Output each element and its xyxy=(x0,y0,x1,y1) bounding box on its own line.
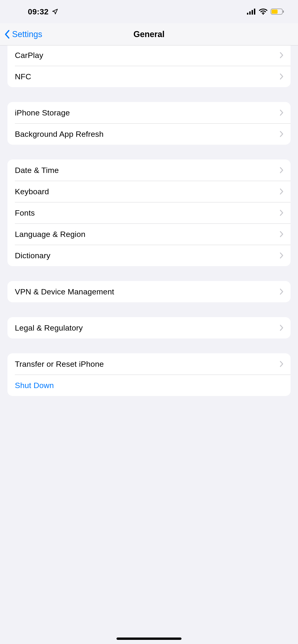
row-label: Transfer or Reset iPhone xyxy=(15,360,279,368)
row-shut-down[interactable]: Shut Down xyxy=(8,374,290,396)
svg-rect-3 xyxy=(254,8,255,14)
chevron-right-icon xyxy=(279,52,283,59)
status-left: 09:32 xyxy=(28,7,58,16)
row-label: CarPlay xyxy=(15,51,279,60)
chevron-left-icon xyxy=(4,30,10,39)
chevron-right-icon xyxy=(279,324,283,331)
row-label: VPN & Device Management xyxy=(15,287,279,296)
chevron-right-icon xyxy=(279,288,283,295)
row-nfc[interactable]: NFC xyxy=(8,66,290,87)
back-button[interactable]: Settings xyxy=(4,30,42,39)
row-vpn-device-management[interactable]: VPN & Device Management xyxy=(8,281,290,302)
chevron-right-icon xyxy=(279,73,283,80)
row-language-region[interactable]: Language & Region xyxy=(8,224,290,245)
content-scroll[interactable]: Picture in PictureCarPlayNFCiPhone Stora… xyxy=(0,46,298,644)
chevron-right-icon xyxy=(279,167,283,174)
settings-group: Legal & Regulatory xyxy=(8,317,290,338)
status-time: 09:32 xyxy=(28,7,49,16)
row-legal-regulatory[interactable]: Legal & Regulatory xyxy=(8,317,290,338)
settings-group: Picture in PictureCarPlayNFC xyxy=(8,46,290,87)
chevron-right-icon xyxy=(279,209,283,216)
wifi-icon xyxy=(259,8,267,14)
home-indicator[interactable] xyxy=(117,638,181,640)
svg-rect-7 xyxy=(283,10,284,13)
settings-group: Date & TimeKeyboardFontsLanguage & Regio… xyxy=(8,160,290,266)
chevron-right-icon xyxy=(279,109,283,116)
settings-group: VPN & Device Management xyxy=(8,281,290,302)
row-label: Dictionary xyxy=(15,251,279,260)
row-label: Legal & Regulatory xyxy=(15,324,279,332)
row-date-time[interactable]: Date & Time xyxy=(8,160,290,181)
back-label: Settings xyxy=(12,30,42,39)
cellular-icon xyxy=(247,8,256,14)
row-label: Language & Region xyxy=(15,230,279,239)
svg-point-4 xyxy=(263,14,264,15)
row-label: Shut Down xyxy=(15,381,283,390)
row-label: Fonts xyxy=(15,208,279,218)
status-right xyxy=(247,8,284,14)
row-dictionary[interactable]: Dictionary xyxy=(8,245,290,266)
row-background-app-refresh[interactable]: Background App Refresh xyxy=(8,123,290,145)
row-label: iPhone Storage xyxy=(15,108,279,117)
chevron-right-icon xyxy=(279,130,283,138)
row-iphone-storage[interactable]: iPhone Storage xyxy=(8,102,290,123)
settings-group: iPhone StorageBackground App Refresh xyxy=(8,102,290,145)
row-carplay[interactable]: CarPlay xyxy=(8,46,290,66)
row-keyboard[interactable]: Keyboard xyxy=(8,181,290,202)
settings-group: Transfer or Reset iPhoneShut Down xyxy=(8,353,290,396)
nav-bar: Settings General xyxy=(0,23,298,46)
row-fonts[interactable]: Fonts xyxy=(8,202,290,224)
row-transfer-or-reset-iphone[interactable]: Transfer or Reset iPhone xyxy=(8,353,290,374)
svg-rect-0 xyxy=(247,13,248,14)
location-icon xyxy=(52,8,58,15)
row-label: Background App Refresh xyxy=(15,130,279,139)
chevron-right-icon xyxy=(279,252,283,259)
chevron-right-icon xyxy=(279,231,283,238)
row-label: Keyboard xyxy=(15,187,279,196)
page-title: General xyxy=(0,30,298,39)
row-label: NFC xyxy=(15,72,279,81)
svg-rect-6 xyxy=(271,10,277,14)
chevron-right-icon xyxy=(279,188,283,195)
battery-icon xyxy=(271,8,284,14)
chevron-right-icon xyxy=(279,360,283,368)
svg-rect-1 xyxy=(249,11,251,14)
svg-rect-2 xyxy=(251,10,253,14)
row-label: Date & Time xyxy=(15,166,279,175)
status-bar: 09:32 xyxy=(0,0,298,23)
